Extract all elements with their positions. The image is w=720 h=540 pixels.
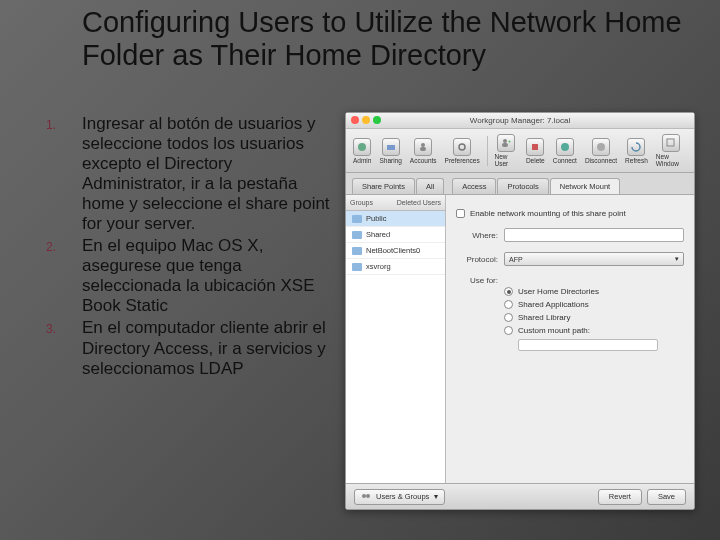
window-footer: Users & Groups ▾ Revert Save [346, 483, 694, 509]
chevron-down-icon: ▾ [675, 255, 679, 263]
toolbar: Admin Sharing Accounts Preferences +New … [346, 129, 694, 173]
toolbar-disconnect[interactable]: Disconnect [582, 136, 620, 166]
radio-icon [504, 313, 513, 322]
svg-point-2 [421, 143, 425, 147]
tab-network-mount[interactable]: Network Mount [550, 178, 620, 194]
screenshot-window: Workgroup Manager: 7.local Admin Sharing… [345, 112, 695, 510]
list-text: En el computador cliente abrir el Direct… [82, 318, 338, 378]
revert-button[interactable]: Revert [598, 489, 642, 505]
sidebar-header-left: Groups [350, 199, 373, 206]
zoom-icon[interactable] [373, 116, 381, 124]
save-button[interactable]: Save [647, 489, 686, 505]
sidebar: Groups Deleted Users Public Shared NetBo… [346, 195, 446, 483]
enable-mount-checkbox[interactable] [456, 209, 465, 218]
list-item: 1. Ingresar al botón de usuarios y selec… [46, 114, 338, 234]
radio-shared-apps[interactable]: Shared Applications [504, 300, 684, 309]
close-icon[interactable] [351, 116, 359, 124]
radio-custom-path[interactable]: Custom mount path: [504, 326, 684, 335]
folder-icon [352, 263, 362, 271]
toolbar-new-window[interactable]: New Window [653, 132, 690, 169]
sidebar-header-right: Deleted Users [397, 199, 441, 206]
where-row: Where: [456, 228, 684, 242]
main-pane: Enable network mounting of this share po… [446, 195, 694, 483]
protocol-row: Protocol: AFP ▾ [456, 252, 684, 266]
toolbar-accounts[interactable]: Accounts [407, 136, 440, 166]
sidebar-item[interactable]: Public [346, 211, 445, 227]
tab-all[interactable]: All [416, 178, 444, 194]
list-number: 3. [46, 318, 82, 378]
sidebar-item[interactable]: xsvrorg [346, 259, 445, 275]
svg-point-9 [561, 143, 569, 151]
slide: Configuring Users to Utilize the Network… [0, 0, 720, 540]
radio-icon [504, 287, 513, 296]
svg-point-5 [503, 139, 507, 143]
tab-bar: Share Points All Access Protocols Networ… [346, 173, 694, 195]
users-icon [361, 492, 371, 502]
sidebar-item[interactable]: NetBootClients0 [346, 243, 445, 259]
instruction-list: 1. Ingresar al botón de usuarios y selec… [46, 114, 338, 381]
toolbar-connect[interactable]: Connect [550, 136, 580, 166]
use-for-row: Use for: [456, 276, 684, 285]
slide-title: Configuring Users to Utilize the Network… [82, 6, 700, 73]
svg-point-4 [459, 144, 465, 150]
svg-point-0 [358, 143, 366, 151]
svg-point-10 [597, 143, 605, 151]
tab-protocols[interactable]: Protocols [497, 178, 548, 194]
window-titlebar: Workgroup Manager: 7.local [346, 113, 694, 129]
toolbar-delete[interactable]: Delete [523, 136, 548, 166]
chevron-down-icon: ▾ [434, 492, 438, 501]
svg-point-13 [366, 494, 370, 498]
svg-rect-3 [420, 147, 426, 151]
radio-icon [504, 326, 513, 335]
folder-icon [352, 247, 362, 255]
list-item: 3. En el computador cliente abrir el Dir… [46, 318, 338, 378]
window-body: Groups Deleted Users Public Shared NetBo… [346, 195, 694, 483]
custom-path-input[interactable] [518, 339, 658, 351]
svg-rect-11 [667, 139, 674, 146]
window-title: Workgroup Manager: 7.local [470, 116, 570, 125]
sidebar-header: Groups Deleted Users [346, 195, 445, 211]
toolbar-preferences[interactable]: Preferences [442, 136, 483, 166]
enable-mount-label: Enable network mounting of this share po… [470, 209, 626, 218]
use-for-label: Use for: [456, 276, 498, 285]
toolbar-sharing[interactable]: Sharing [376, 136, 404, 166]
minimize-icon[interactable] [362, 116, 370, 124]
folder-icon [352, 215, 362, 223]
tab-share-points[interactable]: Share Points [352, 178, 415, 194]
protocol-label: Protocol: [456, 255, 498, 264]
toolbar-new-user[interactable]: +New User [491, 132, 520, 169]
radio-icon [504, 300, 513, 309]
footer-buttons: Revert Save [598, 489, 686, 505]
where-input[interactable] [504, 228, 684, 242]
toolbar-separator [487, 136, 488, 166]
toolbar-refresh[interactable]: Refresh [622, 136, 651, 166]
svg-text:+: + [508, 138, 511, 144]
where-label: Where: [456, 231, 498, 240]
list-item: 2. En el equipo Mac OS X, asegurese que … [46, 236, 338, 316]
toolbar-admin[interactable]: Admin [350, 136, 374, 166]
svg-rect-8 [532, 144, 538, 150]
tab-access[interactable]: Access [452, 178, 496, 194]
folder-icon [352, 231, 362, 239]
radio-shared-library[interactable]: Shared Library [504, 313, 684, 322]
svg-rect-1 [387, 145, 395, 150]
list-number: 1. [46, 114, 82, 234]
list-text: En el equipo Mac OS X, asegurese que ten… [82, 236, 338, 316]
list-number: 2. [46, 236, 82, 316]
footer-scope-select[interactable]: Users & Groups ▾ [354, 489, 445, 505]
sidebar-item[interactable]: Shared [346, 227, 445, 243]
enable-mount-row: Enable network mounting of this share po… [456, 209, 684, 218]
traffic-lights [351, 116, 381, 124]
protocol-select[interactable]: AFP ▾ [504, 252, 684, 266]
svg-point-12 [362, 494, 366, 498]
radio-user-home[interactable]: User Home Directories [504, 287, 684, 296]
list-text: Ingresar al botón de usuarios y seleccio… [82, 114, 338, 234]
use-for-options: User Home Directories Shared Application… [504, 287, 684, 351]
